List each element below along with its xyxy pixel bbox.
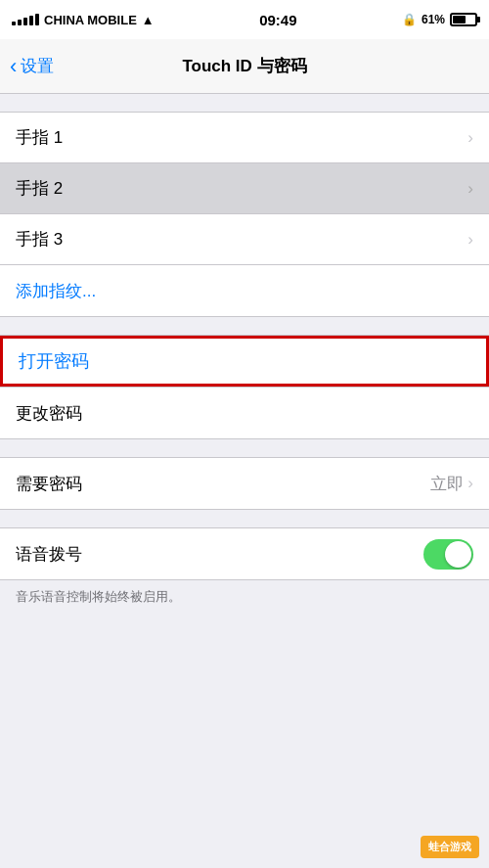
signal-icon <box>12 14 39 25</box>
finger-1-label: 手指 1 <box>16 126 63 149</box>
require-password-value-text: 立即 <box>430 473 464 495</box>
fingerprint-table: 手指 1 › 手指 2 › 手指 3 › 添加指纹... <box>0 112 489 317</box>
wifi-icon: ▲ <box>142 13 155 27</box>
back-chevron-icon: ‹ <box>10 56 17 77</box>
chevron-right-icon: › <box>467 179 473 199</box>
require-password-row[interactable]: 需要密码 立即 › <box>0 458 489 509</box>
section-spacer-top <box>0 94 489 112</box>
voice-dial-footer: 音乐语音控制将始终被启用。 <box>0 580 489 614</box>
voice-dial-label: 语音拨号 <box>16 543 82 566</box>
voice-dial-toggle[interactable] <box>423 539 473 570</box>
require-password-table: 需要密码 立即 › <box>0 457 489 510</box>
status-bar: CHINA MOBILE ▲ 09:49 🔒 61% <box>0 0 489 39</box>
finger-2-row[interactable]: 手指 2 › <box>0 163 489 214</box>
finger-1-row[interactable]: 手指 1 › <box>0 113 489 163</box>
add-fingerprint-label: 添加指纹... <box>16 280 96 302</box>
status-right: 🔒 61% <box>402 13 477 26</box>
turn-on-password-row[interactable]: 打开密码 <box>0 336 489 387</box>
back-label: 设置 <box>21 55 54 77</box>
battery-percent: 61% <box>422 13 445 26</box>
require-password-label: 需要密码 <box>16 473 82 495</box>
watermark: 蛙合游戏 <box>421 836 479 858</box>
back-button[interactable]: ‹ 设置 <box>10 55 54 77</box>
voice-dial-row: 语音拨号 <box>0 528 489 579</box>
turn-on-password-label: 打开密码 <box>19 349 89 373</box>
content: 手指 1 › 手指 2 › 手指 3 › 添加指纹... 打开密码 更改密码 需… <box>0 94 489 614</box>
toggle-knob <box>445 541 471 568</box>
status-time: 09:49 <box>259 12 296 28</box>
page-title: Touch ID 与密码 <box>182 55 306 77</box>
voice-dial-table: 语音拨号 <box>0 527 489 580</box>
chevron-right-icon: › <box>467 230 473 250</box>
section-spacer-2 <box>0 317 489 335</box>
change-password-row[interactable]: 更改密码 <box>0 388 489 438</box>
carrier-label: CHINA MOBILE <box>44 13 137 27</box>
watermark-text: 蛙合游戏 <box>428 841 471 852</box>
lock-icon: 🔒 <box>402 13 417 26</box>
chevron-right-icon: › <box>467 474 473 493</box>
section-spacer-4 <box>0 510 489 527</box>
section-spacer-3 <box>0 439 489 457</box>
nav-bar: ‹ 设置 Touch ID 与密码 <box>0 39 489 94</box>
require-password-value: 立即 › <box>430 473 473 495</box>
add-fingerprint-row[interactable]: 添加指纹... <box>0 265 489 316</box>
status-left: CHINA MOBILE ▲ <box>12 13 155 27</box>
finger-2-label: 手指 2 <box>16 177 63 200</box>
finger-3-row[interactable]: 手指 3 › <box>0 214 489 265</box>
password-section: 打开密码 更改密码 <box>0 335 489 439</box>
battery-icon <box>450 13 477 26</box>
change-password-label: 更改密码 <box>16 402 82 425</box>
finger-3-label: 手指 3 <box>16 228 63 251</box>
chevron-right-icon: › <box>467 128 473 148</box>
